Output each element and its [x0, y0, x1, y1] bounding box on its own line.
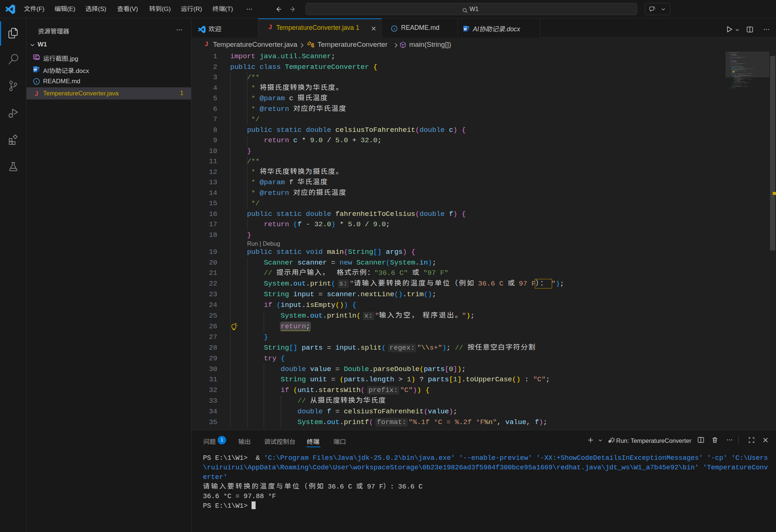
svg-text:W: W — [34, 67, 37, 71]
svg-text:W: W — [464, 27, 467, 31]
svg-text:J: J — [35, 91, 38, 97]
